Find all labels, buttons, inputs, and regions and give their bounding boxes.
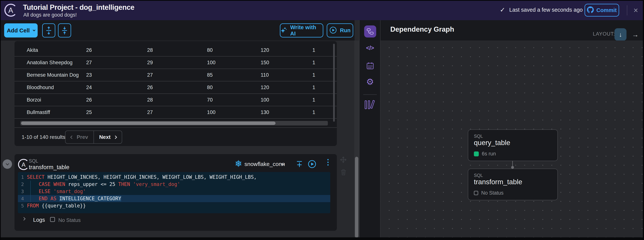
app-window: A Tutorial Project - dog_intelligence Al… <box>0 0 644 240</box>
chevron-down-icon <box>6 162 9 165</box>
table-cell: 27 <box>86 60 147 66</box>
no-status-label: No Status <box>58 217 81 223</box>
logs-label[interactable]: Logs <box>33 217 45 223</box>
close-icon[interactable]: × <box>634 7 638 14</box>
commit-label: Commit <box>596 7 617 13</box>
line-number: 5 <box>18 203 27 208</box>
notebook-toolbar: Add Cell W <box>0 20 354 41</box>
kebab-menu-icon[interactable]: ⋮ <box>324 158 332 166</box>
play-circle-icon <box>329 26 337 35</box>
collapse-all-cells-button[interactable] <box>58 23 71 38</box>
code-text: CASE WHEN reps_upper <= 25 THEN 'very_sm… <box>27 181 180 187</box>
chevron-down-icon[interactable] <box>282 162 284 166</box>
table-cell: 100 <box>207 60 261 66</box>
run-button[interactable]: Run <box>327 23 353 38</box>
code-token: 'very_smart_dog' <box>133 181 180 187</box>
status-checkbox[interactable] <box>474 191 478 195</box>
connection-select[interactable]: snowflake_conn <box>244 161 285 167</box>
window-frame <box>0 0 644 1</box>
tab-dependency-graph[interactable] <box>364 26 376 38</box>
table-horizontal-scrollbar[interactable] <box>20 121 328 125</box>
code-text: SELECT HEIGHT_LOW_INCHES, HEIGHT_HIGH_IN… <box>27 174 257 180</box>
no-status-checkbox[interactable] <box>50 217 55 222</box>
code-token: WHEN <box>54 181 65 187</box>
tab-library[interactable] <box>365 100 376 110</box>
dependency-graph-panel: Dependency Graph LAYOUT: ↓ → SQL query_t… <box>380 20 644 238</box>
node-type-label: SQL <box>474 173 483 178</box>
collapse-cell-button[interactable] <box>3 159 12 169</box>
results-table-card: Akita 2628801201 Anatolian Sheepdog 2729… <box>14 41 337 146</box>
table-cell: 26 <box>86 97 147 103</box>
code-text: FROM {{query_table}} <box>27 203 86 208</box>
next-label: Next <box>99 134 111 140</box>
table-cell: 70 <box>207 97 261 103</box>
chevron-down-icon <box>33 29 36 31</box>
layout-vertical-button[interactable]: ↓ <box>614 28 626 41</box>
layout-label: LAYOUT: <box>593 31 615 37</box>
project-subtitle: All dogs are good dogs! <box>23 12 77 18</box>
pagination-bar: 1-10 of 140 results Prev Next <box>14 127 337 146</box>
saved-check-icon: ✓ <box>500 6 505 14</box>
breed-cell: Bullmastiff <box>27 109 86 115</box>
code-token: THEN <box>118 181 130 187</box>
move-cell-icon[interactable] <box>340 156 347 164</box>
node-name: query_table <box>474 139 510 147</box>
sql-code-editor[interactable]: 1 SELECT HEIGHT_LOW_INCHES, HEIGHT_HIGH_… <box>18 172 330 213</box>
code-token: {{query_table}} <box>39 203 86 208</box>
cell-logo-icon: A <box>18 158 29 171</box>
chevron-right-icon <box>114 135 117 139</box>
graph-header: Dependency Graph LAYOUT: ↓ → <box>380 20 644 41</box>
layout-horizontal-button[interactable]: → <box>632 31 639 39</box>
graph-node[interactable]: SQL transform_table No Status <box>468 169 558 200</box>
graph-title: Dependency Graph <box>390 26 454 33</box>
pagination-buttons: Prev Next <box>65 131 122 144</box>
graph-edge-endpoint <box>511 166 514 169</box>
graph-node[interactable]: SQL query_table 6s run <box>468 129 558 161</box>
insert-cell-below-icon[interactable] <box>296 160 303 168</box>
breed-cell: Bloodhound <box>27 85 86 90</box>
notebook-scrollbar-thumb[interactable] <box>355 157 358 238</box>
code-token: HEIGHT_LOW_INCHES, HEIGHT_HIGH_INCHES, W… <box>44 174 257 180</box>
calendar-icon <box>366 62 374 70</box>
tab-code[interactable]: </> <box>360 45 380 52</box>
table-cell: 28 <box>147 97 207 103</box>
table-cell: 80 <box>207 85 261 90</box>
code-token <box>130 181 133 187</box>
table-cell: 110 <box>261 72 312 78</box>
table-cell: 24 <box>86 85 147 90</box>
arrow-down-icon: ↓ <box>619 31 622 38</box>
title-bar: A Tutorial Project - dog_intelligence Al… <box>0 0 644 20</box>
sparkles-icon <box>280 27 287 34</box>
tab-settings[interactable]: ⚙ <box>360 77 380 87</box>
code-token: ELSE <box>39 189 50 194</box>
tab-schedule[interactable] <box>366 62 374 71</box>
run-cell-icon[interactable] <box>308 160 316 169</box>
status-success-swatch <box>474 151 479 156</box>
github-icon <box>587 7 594 14</box>
breed-cell: Akita <box>27 47 86 53</box>
code-token: FROM <box>27 203 39 208</box>
prev-page-button[interactable]: Prev <box>66 131 94 143</box>
write-with-ai-button[interactable]: Write with AI <box>280 23 323 38</box>
add-cell-button[interactable]: Add Cell <box>4 23 38 38</box>
code-token <box>27 189 39 194</box>
scrollbar-thumb[interactable] <box>21 122 276 125</box>
run-label: Run <box>340 27 350 34</box>
cell-name[interactable]: transform_table <box>29 164 69 173</box>
table-cell: 28 <box>147 47 207 53</box>
commit-button[interactable]: Commit <box>584 4 619 17</box>
table-cell: 23 <box>86 72 147 78</box>
graph-canvas[interactable]: SQL query_table 6s run SQL transform_tab… <box>380 41 644 238</box>
delete-cell-icon[interactable] <box>340 169 347 176</box>
table-vertical-scrollbar[interactable] <box>333 44 335 122</box>
cell-type-label: SQL <box>29 158 38 164</box>
code-token <box>27 196 39 201</box>
next-page-button[interactable]: Next <box>94 131 122 143</box>
table-cell: 100 <box>207 109 261 115</box>
prev-label: Prev <box>76 134 88 140</box>
code-token: reps_upper <box>65 181 101 187</box>
expand-all-cells-button[interactable] <box>42 23 55 38</box>
expand-icon <box>45 26 52 35</box>
logs-expand-icon[interactable] <box>22 217 25 221</box>
write-with-ai-label: Write with AI <box>290 24 323 37</box>
